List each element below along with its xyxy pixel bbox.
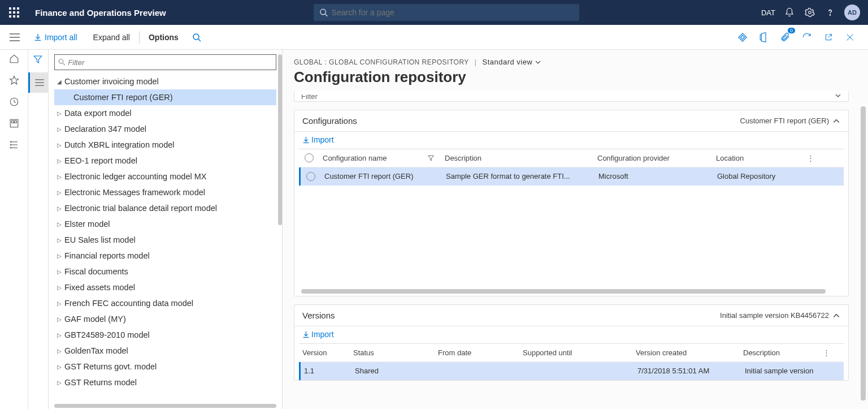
- tree-node[interactable]: ▷Electronic Messages framework model: [54, 184, 276, 200]
- row-select[interactable]: [301, 172, 321, 181]
- expand-all-button[interactable]: Expand all: [85, 25, 138, 50]
- versions-import-button[interactable]: Import: [302, 330, 334, 339]
- expand-icon[interactable]: ▷: [54, 300, 64, 307]
- app-launcher[interactable]: [0, 0, 28, 25]
- tree-node[interactable]: ▷Declaration 347 model: [54, 121, 276, 137]
- office-icon[interactable]: [756, 29, 772, 45]
- tree-node[interactable]: ▷GST Returns model: [54, 374, 276, 390]
- favorites-icon[interactable]: [8, 75, 20, 86]
- col-config-name[interactable]: Configuration name: [319, 154, 441, 162]
- configurations-panel: Configurations Customer FTI report (GER)…: [294, 110, 849, 296]
- expand-icon[interactable]: ▷: [54, 221, 64, 227]
- expand-icon[interactable]: ▷: [54, 142, 64, 148]
- expand-icon[interactable]: ▷: [54, 253, 64, 259]
- col-description[interactable]: Description: [441, 154, 594, 162]
- workspaces-icon[interactable]: [8, 118, 20, 129]
- expand-icon[interactable]: ▷: [54, 285, 64, 291]
- tree-node[interactable]: ▷GAF model (MY): [54, 311, 276, 327]
- col-supported-until[interactable]: Supported until: [519, 348, 632, 357]
- tree-hscroll[interactable]: [54, 404, 276, 408]
- expand-icon[interactable]: ▷: [54, 237, 64, 243]
- expand-icon[interactable]: ▷: [54, 205, 64, 212]
- tree-node[interactable]: ▷French FEC accounting data model: [54, 295, 276, 311]
- col-version-created[interactable]: Version created: [632, 348, 740, 357]
- collapse-icon[interactable]: [832, 117, 840, 125]
- tree-filter[interactable]: [54, 54, 276, 70]
- column-options[interactable]: ⋮: [803, 154, 818, 162]
- import-all-button[interactable]: Import all: [26, 25, 85, 50]
- recent-icon[interactable]: [8, 96, 20, 107]
- view-selector[interactable]: Standard view: [482, 58, 541, 66]
- tree-node[interactable]: ▷Fixed assets model: [54, 279, 276, 295]
- expand-icon[interactable]: ▷: [54, 269, 64, 275]
- expand-icon[interactable]: ▷: [54, 110, 64, 117]
- global-search[interactable]: [314, 4, 579, 21]
- expand-icon[interactable]: ▷: [54, 174, 64, 180]
- collapse-icon[interactable]: ◢: [54, 79, 64, 85]
- expand-icon[interactable]: ▷: [54, 332, 64, 338]
- toolbar-search-button[interactable]: [186, 25, 207, 50]
- col-version[interactable]: Version: [299, 348, 350, 357]
- modules-icon[interactable]: [8, 139, 20, 150]
- tree-node[interactable]: ▷Fiscal documents: [54, 264, 276, 279]
- user-avatar[interactable]: AD: [844, 5, 860, 20]
- configurations-subtitle: Customer FTI report (GER): [740, 117, 829, 125]
- table-row[interactable]: 1.1 Shared 7/31/2018 5:51:01 AM Initial …: [299, 362, 844, 380]
- tree-node[interactable]: ▷Electronic ledger accounting model MX: [54, 169, 276, 184]
- column-options[interactable]: ⋮: [819, 348, 834, 357]
- filter-icon[interactable]: [33, 54, 43, 64]
- attachments-icon[interactable]: 0: [778, 29, 793, 45]
- col-status[interactable]: Status: [350, 348, 435, 357]
- chevron-down-icon[interactable]: [835, 92, 841, 99]
- refresh-icon[interactable]: [799, 29, 815, 45]
- col-version-desc[interactable]: Description: [740, 348, 819, 357]
- home-icon[interactable]: [8, 53, 20, 64]
- popout-icon[interactable]: [821, 29, 836, 45]
- expand-icon[interactable]: ▷: [54, 158, 64, 164]
- table-row[interactable]: Customer FTI report (GER) Sample GER for…: [299, 167, 844, 186]
- expand-icon[interactable]: ▷: [54, 126, 64, 132]
- tree-node[interactable]: ▷Data export model: [54, 105, 276, 121]
- diamond-icon[interactable]: [735, 29, 750, 45]
- expand-icon[interactable]: ▷: [54, 364, 64, 370]
- tree-node[interactable]: ▷EEO-1 report model: [54, 153, 276, 169]
- expand-icon[interactable]: ▷: [54, 380, 64, 386]
- tree-node[interactable]: ▷GoldenTax model: [54, 343, 276, 359]
- toolbar-separator: [139, 31, 140, 44]
- grid-hscroll[interactable]: [301, 289, 826, 294]
- help-icon[interactable]: [824, 6, 836, 19]
- select-all[interactable]: [299, 153, 319, 162]
- close-icon[interactable]: [842, 29, 858, 45]
- expand-icon[interactable]: ▷: [54, 190, 64, 196]
- tree-node[interactable]: ▷GBT24589-2010 model: [54, 327, 276, 343]
- expand-icon[interactable]: ▷: [54, 348, 64, 354]
- col-location[interactable]: Location: [713, 154, 803, 162]
- expand-icon[interactable]: ▷: [54, 316, 64, 322]
- tree-vscroll[interactable]: [278, 54, 282, 225]
- cell-version: 1.1: [301, 367, 351, 375]
- settings-icon[interactable]: [804, 6, 816, 19]
- filter-icon[interactable]: [427, 154, 435, 162]
- collapse-icon[interactable]: [832, 312, 840, 320]
- tree-node-root[interactable]: ◢ Customer invoicing model: [54, 74, 276, 89]
- col-provider[interactable]: Configuration provider: [594, 154, 713, 162]
- config-tree[interactable]: ◢ Customer invoicing model Customer FTI …: [54, 74, 276, 404]
- tree-node[interactable]: ▷Dutch XBRL integration model: [54, 137, 276, 153]
- tree-node-selected[interactable]: Customer FTI report (GER): [54, 89, 276, 105]
- tree-node[interactable]: ▷GST Returns govt. model: [54, 359, 276, 374]
- tree-filter-input[interactable]: [68, 58, 272, 67]
- col-from-date[interactable]: From date: [435, 348, 519, 357]
- list-tab[interactable]: [28, 72, 49, 93]
- nav-toggle[interactable]: [3, 33, 26, 41]
- company-indicator[interactable]: DAT: [761, 8, 775, 17]
- filter-panel[interactable]: Filter: [294, 91, 849, 102]
- tree-node[interactable]: ▷Elster model: [54, 216, 276, 232]
- configs-import-button[interactable]: Import: [302, 135, 334, 144]
- tree-node[interactable]: ▷EU Sales list model: [54, 232, 276, 248]
- search-input[interactable]: [332, 8, 574, 17]
- page-vscroll[interactable]: [861, 106, 866, 401]
- tree-node[interactable]: ▷Financial reports model: [54, 248, 276, 264]
- tree-node[interactable]: ▷Electronic trial balance detail report …: [54, 200, 276, 216]
- options-button[interactable]: Options: [141, 25, 186, 50]
- notifications-icon[interactable]: [783, 6, 796, 19]
